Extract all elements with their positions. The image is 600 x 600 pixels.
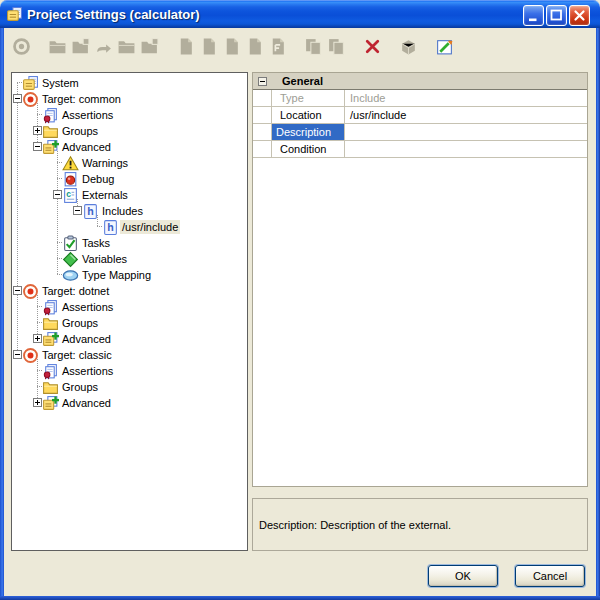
tree-item-label: Groups [60,316,100,330]
target-circle-icon [12,37,31,58]
toolbar-button-document-7[interactable] [197,36,219,58]
window-frame-right [596,28,600,596]
tree-item-advanced[interactable]: Advanced [13,395,246,411]
folder-icon [42,123,59,140]
toolbar-button-folder-4[interactable] [115,36,137,58]
toolbar-button-document-6[interactable] [174,36,196,58]
svg-text:c: c [66,189,71,199]
arrow-small-icon [94,37,113,58]
tree-item-externals[interactable]: cExternals [13,187,246,203]
tree-item-groups[interactable]: Groups [13,123,246,139]
collapse-icon[interactable] [258,77,267,86]
tree-item-label: Debug [80,172,116,186]
property-grid: General TypeIncludeLocation/usr/includeD… [252,72,588,487]
tree-item-advanced[interactable]: Advanced [13,331,246,347]
tree-item-label: Target: classic [40,348,114,362]
property-name[interactable]: Location [272,107,345,123]
cancel-button[interactable]: Cancel [515,565,585,587]
expand-icon[interactable] [33,334,42,343]
target-icon [22,347,39,364]
system-icon [22,75,39,92]
tree-item-tasks[interactable]: Tasks [13,235,246,251]
settings-tree: SystemTarget: commonAssertionsGroupsAdva… [13,75,246,549]
property-name[interactable]: Type [272,90,345,106]
toolbar-button-document-9[interactable] [243,36,265,58]
toolbar-button-copy-12[interactable] [325,36,347,58]
tree-item-label: Assertions [60,364,115,378]
expand-icon[interactable] [33,398,42,407]
tree-item-label: Type Mapping [80,268,153,282]
tree-item-assertions[interactable]: Assertions [13,107,246,123]
tree-item-warnings[interactable]: Warnings [13,155,246,171]
tree-item-assertions[interactable]: Assertions [13,299,246,315]
tree-item-debug[interactable]: Debug [13,171,246,187]
tree-item-type-mapping[interactable]: Type Mapping [13,267,246,283]
property-value[interactable]: /usr/include [345,107,587,123]
property-value[interactable] [345,124,587,140]
tree-item-label: Target: dotnet [40,284,111,298]
edit-icon [435,37,454,58]
collapse-icon[interactable] [53,190,62,199]
folder-icon [42,379,59,396]
tree-item-assertions[interactable]: Assertions [13,363,246,379]
maximize-button[interactable] [546,5,567,26]
window-icon [6,6,23,23]
toolbar-button-edit-15[interactable] [433,36,455,58]
svg-text:h: h [107,221,113,233]
folder-add-icon [140,37,159,58]
tree-item-label: Advanced [60,140,113,154]
collapse-icon[interactable] [13,350,22,359]
toolbar-button-copy-11[interactable] [302,36,324,58]
tree-item-label: Groups [60,124,100,138]
property-value[interactable]: Include [345,90,587,106]
tree-item-groups[interactable]: Groups [13,315,246,331]
tree-item-label: Warnings [80,156,130,170]
externals-icon: c [62,187,79,204]
property-row-gutter [253,124,272,140]
property-name[interactable]: Description [272,124,345,140]
property-row-description[interactable]: Description [253,124,587,141]
toolbar-button-target-circle-0[interactable] [10,36,32,58]
hdoc-icon: h [82,203,99,220]
property-value[interactable] [345,141,587,157]
property-grid-title: General [282,74,323,89]
toolbar-button-document-8[interactable] [220,36,242,58]
settings-tree-panel: SystemTarget: commonAssertionsGroupsAdva… [11,72,248,551]
tree-item-groups[interactable]: Groups [13,379,246,395]
document-f-icon [268,37,287,58]
minimize-button[interactable] [523,5,544,26]
tree-item-usr-include[interactable]: h/usr/include [13,219,246,235]
toolbar-button-folder-1[interactable] [46,36,68,58]
collapse-icon[interactable] [73,206,82,215]
property-name[interactable]: Condition [272,141,345,157]
titlebar[interactable]: Project Settings (calculator) [0,0,600,28]
toolbar-button-folder-add-5[interactable] [138,36,160,58]
tree-item-advanced[interactable]: Advanced [13,139,246,155]
property-row-location[interactable]: Location/usr/include [253,107,587,124]
collapse-icon[interactable] [13,286,22,295]
property-row-type[interactable]: TypeInclude [253,90,587,107]
document-icon [176,37,195,58]
tree-item-system[interactable]: System [13,75,246,91]
tree-item-label: Tasks [80,236,112,250]
toolbar-button-delete-13[interactable] [361,36,383,58]
tree-item-target-classic[interactable]: Target: classic [13,347,246,363]
property-row-condition[interactable]: Condition [253,141,587,158]
expand-icon[interactable] [33,126,42,135]
ok-button[interactable]: OK [428,565,498,587]
warning-icon [62,155,79,172]
tree-item-target-dotnet[interactable]: Target: dotnet [13,283,246,299]
package-icon [399,37,418,58]
collapse-icon[interactable] [33,142,42,151]
toolbar-button-package-14[interactable] [397,36,419,58]
property-grid-header[interactable]: General [253,73,587,90]
toolbar-button-document-f-10[interactable] [266,36,288,58]
tree-item-target-common[interactable]: Target: common [13,91,246,107]
tree-item-includes[interactable]: hIncludes [13,203,246,219]
assertions-icon [42,299,59,316]
close-button[interactable] [569,5,590,26]
toolbar-button-arrow-small-3[interactable] [92,36,114,58]
collapse-icon[interactable] [13,94,22,103]
tree-item-variables[interactable]: Variables [13,251,246,267]
toolbar-button-folder-add-2[interactable] [69,36,91,58]
